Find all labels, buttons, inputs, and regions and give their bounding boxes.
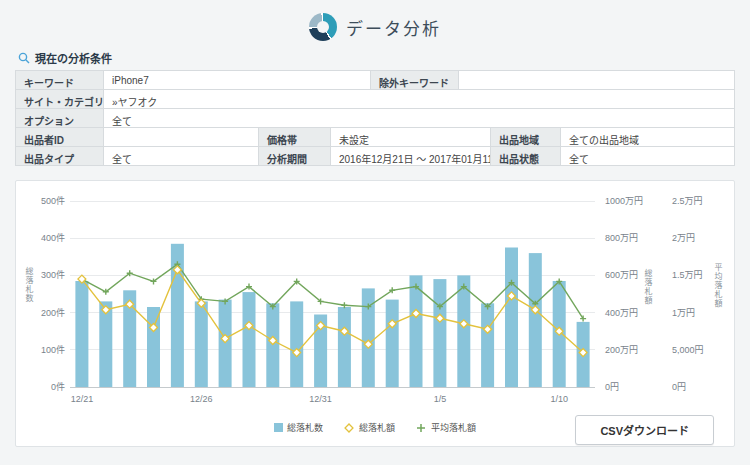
svg-text:400万円: 400万円 — [605, 308, 638, 318]
listing-type-label: 出品タイプ — [16, 147, 104, 165]
svg-text:5,000円: 5,000円 — [672, 345, 704, 355]
chart-area: 0件0円0円100件200万円5,000円200件400万円1万円300件600… — [20, 189, 730, 415]
svg-text:800万円: 800万円 — [605, 233, 638, 243]
svg-text:12/21: 12/21 — [71, 394, 94, 404]
svg-text:2.5万円: 2.5万円 — [672, 196, 703, 206]
svg-text:2万円: 2万円 — [672, 233, 695, 243]
diamond-marker-icon — [343, 423, 355, 433]
svg-text:300件: 300件 — [41, 269, 65, 280]
analysis-chart: 0件0円0円100件200万円5,000円200件400万円1万円300件600… — [20, 189, 730, 411]
logo-hole — [317, 21, 329, 33]
listing-type-value: 全て — [104, 147, 259, 165]
search-icon — [18, 52, 30, 64]
keyword-value: iPhone7 — [104, 71, 371, 89]
exclude-keyword-value — [459, 71, 734, 89]
svg-text:1/5: 1/5 — [434, 394, 447, 404]
svg-text:600万円: 600万円 — [605, 270, 638, 280]
legend-item-total-count[interactable]: 総落札数 — [274, 421, 323, 434]
condition-row-keyword: キーワード iPhone7 除外キーワード — [16, 71, 734, 90]
svg-text:500件: 500件 — [41, 195, 65, 206]
left-axis-title: 総落札数 — [23, 267, 34, 303]
right-axis2-title: 平均落札額 — [712, 263, 723, 308]
svg-text:100件: 100件 — [41, 344, 65, 355]
page: データ分析 現在の分析条件 キーワード iPhone7 除外キーワード サイト・… — [0, 0, 750, 465]
seller-id-label: 出品者ID — [16, 128, 104, 146]
legend-item-average-amount[interactable]: 平均落札額 — [415, 421, 476, 434]
conditions-section-title: 現在の分析条件 — [18, 50, 750, 66]
right-axis1-title: 総落札額 — [642, 269, 653, 305]
csv-download-button[interactable]: CSVダウンロード — [575, 415, 714, 445]
period-value: 2016年12月21日 ～ 2017年01月11日 — [331, 147, 491, 165]
legend-label-total-amount: 総落札額 — [359, 421, 395, 434]
region-value: 全ての出品地域 — [561, 128, 734, 146]
price-range-label: 価格帯 — [259, 128, 331, 146]
svg-text:1000万円: 1000万円 — [605, 196, 643, 206]
region-label: 出品地域 — [491, 128, 561, 146]
svg-text:200件: 200件 — [41, 307, 65, 318]
conditions-title-text: 現在の分析条件 — [35, 50, 112, 66]
chart-footer: 総落札数 総落札額 平均落札額 CSVダウンロード — [20, 415, 730, 447]
conditions-table: キーワード iPhone7 除外キーワード サイト・カテゴリ »ヤフオク オプシ… — [15, 70, 735, 166]
app-title: データ分析 — [346, 15, 441, 40]
condition-row-option: オプション 全て — [16, 109, 734, 128]
option-value: 全て — [104, 109, 734, 127]
status-label: 出品状態 — [491, 147, 561, 165]
period-label: 分析期間 — [259, 147, 331, 165]
keyword-label: キーワード — [16, 71, 104, 89]
site-category-label: サイト・カテゴリ — [16, 90, 104, 108]
seller-id-value — [104, 128, 259, 146]
exclude-keyword-label: 除外キーワード — [371, 71, 459, 89]
legend-label-average-amount: 平均落札額 — [431, 421, 476, 434]
svg-text:12/26: 12/26 — [190, 394, 213, 404]
svg-text:0円: 0円 — [672, 382, 686, 392]
status-value: 全て — [561, 147, 734, 165]
chart-card: 0件0円0円100件200万円5,000円200件400万円1万円300件600… — [15, 180, 735, 447]
app-logo-icon — [309, 13, 337, 41]
app-header: データ分析 — [0, 0, 750, 42]
legend-item-total-amount[interactable]: 総落札額 — [343, 421, 395, 434]
svg-text:12/31: 12/31 — [309, 394, 332, 404]
legend-label-total-count: 総落札数 — [287, 421, 323, 434]
option-label: オプション — [16, 109, 104, 127]
svg-text:0円: 0円 — [605, 382, 619, 392]
condition-row-listing-type: 出品タイプ 全て 分析期間 2016年12月21日 ～ 2017年01月11日 … — [16, 147, 734, 166]
svg-text:1.5万円: 1.5万円 — [672, 270, 703, 280]
site-category-value: »ヤフオク — [104, 90, 734, 108]
svg-text:200万円: 200万円 — [605, 345, 638, 355]
price-range-value: 未設定 — [331, 128, 491, 146]
svg-text:400件: 400件 — [41, 232, 65, 243]
plus-marker-icon — [415, 423, 427, 433]
svg-text:0件: 0件 — [51, 381, 65, 392]
svg-text:1/10: 1/10 — [550, 394, 568, 404]
condition-row-site-category: サイト・カテゴリ »ヤフオク — [16, 90, 734, 109]
condition-row-seller: 出品者ID 価格帯 未設定 出品地域 全ての出品地域 — [16, 128, 734, 147]
bar-swatch-icon — [274, 423, 283, 432]
svg-text:1万円: 1万円 — [672, 308, 695, 318]
